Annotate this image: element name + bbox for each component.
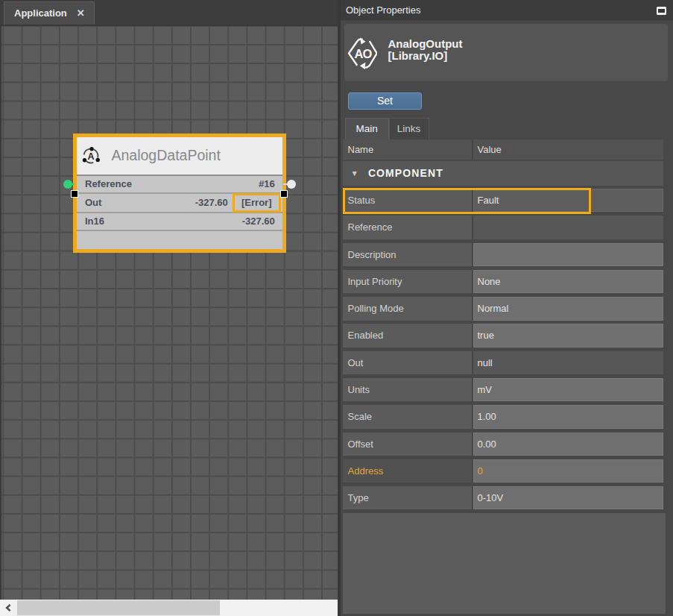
svg-text:AO: AO bbox=[354, 47, 372, 60]
svg-text:A: A bbox=[87, 151, 94, 162]
